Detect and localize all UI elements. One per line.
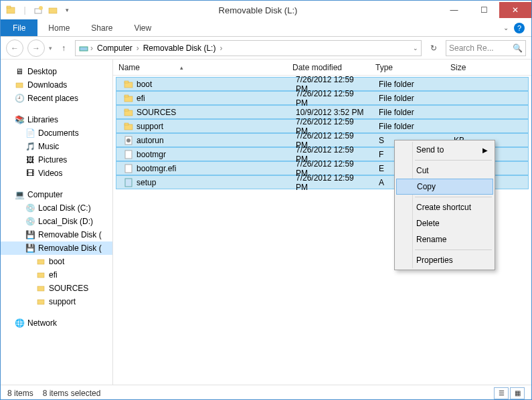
nav-efi[interactable]: efi: [1, 268, 112, 282]
col-type[interactable]: Type: [370, 60, 445, 75]
context-menu: Send to▶ Cut Copy Create shortcut Delete…: [394, 140, 495, 270]
nav-music[interactable]: 🎵Music: [1, 140, 112, 153]
nav-sources[interactable]: SOURCES: [1, 282, 112, 295]
search-input[interactable]: Search Re... 🔍: [446, 40, 526, 56]
svg-rect-5: [80, 47, 88, 51]
nav-drive-d[interactable]: 💿Local_Disk (D:): [1, 215, 112, 228]
details-view-button[interactable]: ☰: [494, 387, 509, 399]
col-date[interactable]: Date modified: [287, 60, 370, 75]
column-headers: Name▴ Date modified Type Size: [113, 60, 531, 76]
share-tab[interactable]: Share: [80, 19, 123, 36]
nav-boot[interactable]: boot: [1, 255, 112, 268]
svg-rect-6: [16, 83, 23, 88]
svg-rect-7: [37, 260, 44, 264]
file-row[interactable]: efi7/26/2012 12:59 PMFile folder: [116, 91, 529, 105]
context-menu-separator: [415, 249, 492, 250]
refresh-icon[interactable]: ↻: [430, 43, 437, 53]
qat-dropdown-icon[interactable]: ▾: [61, 4, 73, 16]
folder-icon: [35, 296, 46, 307]
nav-downloads[interactable]: Downloads: [1, 78, 112, 92]
ctx-copy[interactable]: Copy: [396, 179, 493, 195]
maximize-button[interactable]: ☐: [469, 2, 499, 18]
chevron-right-icon[interactable]: ›: [90, 43, 93, 53]
nav-libraries[interactable]: 📚Libraries: [1, 113, 112, 126]
breadcrumb-current[interactable]: Removable Disk (L:): [141, 43, 219, 53]
folder-icon[interactable]: [47, 4, 59, 16]
nav-documents[interactable]: 📄Documents: [1, 126, 112, 140]
nav-removable-1[interactable]: 💾Removable Disk (: [1, 228, 112, 241]
forward-button[interactable]: →: [27, 39, 45, 57]
svg-rect-22: [125, 165, 132, 173]
file-type: File folder: [373, 122, 448, 131]
svg-rect-16: [124, 109, 128, 111]
history-dropdown-icon[interactable]: ▾: [49, 45, 52, 52]
col-size[interactable]: Size: [445, 60, 531, 75]
address-bar: ← → ▾ ↑ › Computer › Removable Disk (L:)…: [1, 37, 531, 60]
file-name: efi: [137, 94, 145, 103]
chevron-right-icon[interactable]: ›: [219, 43, 222, 53]
minimize-button[interactable]: —: [439, 2, 469, 18]
home-tab[interactable]: Home: [37, 19, 80, 36]
music-icon: 🎵: [25, 141, 35, 152]
nav-drive-c[interactable]: 💿Local Disk (C:): [1, 201, 112, 215]
folder-icon: [123, 79, 134, 90]
file-name: autorun: [137, 136, 164, 145]
drive-icon: [78, 43, 89, 54]
downloads-icon: [14, 80, 25, 90]
nav-desktop[interactable]: 🖥Desktop: [1, 65, 112, 78]
new-folder-icon[interactable]: [33, 4, 45, 16]
navigation-pane[interactable]: 🖥Desktop Downloads 🕘Recent places 📚Libra…: [1, 60, 113, 385]
file-name: boot: [137, 80, 152, 89]
chevron-right-icon[interactable]: ›: [137, 43, 139, 53]
breadcrumb-computer[interactable]: Computer: [94, 43, 135, 53]
ctx-cut[interactable]: Cut: [396, 163, 493, 179]
nav-recent[interactable]: 🕘Recent places: [1, 92, 112, 105]
svg-rect-23: [125, 179, 132, 187]
recent-icon: 🕘: [14, 93, 25, 104]
submenu-arrow-icon: ▶: [482, 146, 488, 154]
back-button[interactable]: ←: [6, 39, 23, 57]
file-name: SOURCES: [137, 108, 176, 117]
expand-ribbon-icon[interactable]: ⌄: [503, 24, 509, 31]
svg-rect-21: [125, 151, 132, 159]
file-name: bootmgr.efi: [137, 164, 176, 173]
svg-point-20: [126, 138, 130, 142]
ctx-send-to[interactable]: Send to▶: [396, 142, 493, 158]
status-bar: 8 items 8 items selected ☰ ▦: [1, 385, 531, 400]
file-tab[interactable]: File: [1, 19, 37, 36]
folder-icon: [35, 256, 46, 267]
ctx-create-shortcut[interactable]: Create shortcut: [396, 199, 493, 215]
help-icon[interactable]: ?: [514, 23, 525, 33]
svg-rect-1: [7, 6, 11, 8]
svg-point-3: [39, 6, 43, 10]
sort-ascending-icon: ▴: [180, 64, 183, 71]
ribbon-tabs: File Home Share View ⌄ ?: [1, 19, 531, 37]
documents-icon: 📄: [25, 128, 35, 138]
app-icon: [5, 4, 17, 16]
up-button[interactable]: ↑: [56, 41, 71, 56]
nav-removable-2[interactable]: 💾Removable Disk (: [1, 241, 112, 255]
nav-network[interactable]: 🌐Network: [1, 316, 112, 330]
nav-support[interactable]: support: [1, 295, 112, 308]
folder-icon: [35, 283, 46, 294]
network-icon: 🌐: [14, 318, 25, 328]
address-dropdown-icon[interactable]: ⌄: [413, 45, 418, 52]
svg-rect-18: [124, 123, 128, 125]
close-button[interactable]: ✕: [499, 2, 531, 18]
nav-computer[interactable]: 💻Computer: [1, 188, 112, 201]
file-type: File folder: [373, 80, 448, 89]
context-menu-separator: [415, 197, 492, 197]
ctx-delete[interactable]: Delete: [396, 215, 493, 231]
nav-videos[interactable]: 🎞Videos: [1, 167, 112, 180]
status-item-count: 8 items: [7, 389, 33, 398]
file-type: File folder: [373, 108, 448, 117]
breadcrumb[interactable]: › Computer › Removable Disk (L:) › ⌄: [75, 40, 422, 56]
icons-view-button[interactable]: ▦: [510, 387, 525, 399]
ctx-rename[interactable]: Rename: [396, 231, 493, 247]
col-name[interactable]: Name▴: [113, 60, 287, 75]
folder-icon: [35, 270, 46, 280]
file-date: 10/9/2012 3:52 PM: [290, 108, 373, 117]
nav-pictures[interactable]: 🖼Pictures: [1, 153, 112, 167]
ctx-properties[interactable]: Properties: [396, 252, 493, 268]
view-tab[interactable]: View: [123, 19, 162, 36]
